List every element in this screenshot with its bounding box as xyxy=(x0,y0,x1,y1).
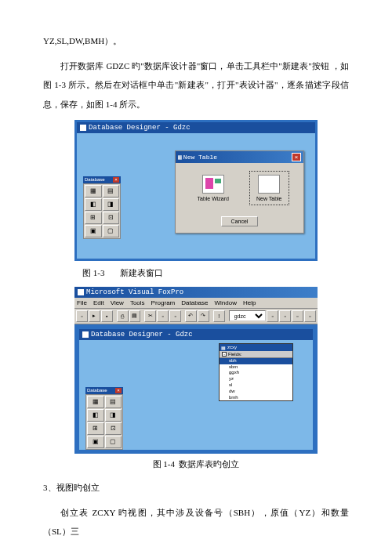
menu-window[interactable]: Window xyxy=(215,299,237,306)
tool-button[interactable]: ▤ xyxy=(105,396,122,408)
field-item[interactable]: sl xyxy=(220,382,292,389)
figure-caption: 图 1-4 数据库表旳创立 xyxy=(43,458,349,470)
figure-caption: 图 1-3 新建表窗口 xyxy=(82,267,349,279)
field-list: sbh sbm ggxh yz sl dw bmh xyxy=(220,358,292,401)
field-item[interactable]: bmh xyxy=(220,395,292,401)
table-icon: ▦ xyxy=(221,345,226,350)
tb-new[interactable]: ▫ xyxy=(76,310,88,322)
database-toolbox: Database × ▦ ▤ ◧ ◨ ⊞ ⊡ ▣ ▢ xyxy=(85,387,123,450)
tb-copy[interactable]: ▫ xyxy=(157,310,169,322)
tb-undo[interactable]: ↶ xyxy=(185,310,197,322)
tb-redo[interactable]: ↷ xyxy=(198,310,209,322)
field-item[interactable]: sbm xyxy=(220,364,292,371)
tb-preview[interactable]: ▤ xyxy=(129,310,141,322)
menu-edit[interactable]: Edit xyxy=(93,299,104,306)
designer-body: Database × ▦ ▤ ◧ ◨ ⊞ ⊡ ▣ ▢ xyxy=(79,340,313,450)
menu-bar: File Edit View Tools Program Database Wi… xyxy=(74,298,318,309)
paragraph: 打开数据库 GDZC 旳"数据库设计器"窗口，单击工具栏中"新建表"按钮 ，如图… xyxy=(43,56,349,114)
mdi-client: Database Designer - Gdzc Database × ▦ ▤ … xyxy=(74,324,318,454)
field-item[interactable]: dw xyxy=(220,389,292,395)
field-item[interactable]: ggxh xyxy=(220,370,292,376)
db-selector[interactable]: gdzc xyxy=(229,310,267,321)
tb-misc[interactable]: ▫ xyxy=(304,310,316,322)
toolbox-title: Database × xyxy=(85,387,123,394)
app-icon xyxy=(80,125,86,131)
table-panel: ▦ zcxy - Fields: sbh sbm ggxh yz sl dw xyxy=(219,343,293,402)
tool-button[interactable]: ⊞ xyxy=(85,212,102,224)
close-button[interactable]: × xyxy=(292,153,301,161)
tb-paste[interactable]: ▫ xyxy=(169,310,181,322)
toolbox-titlebar: Database × xyxy=(83,176,121,183)
tb-save[interactable]: ▪ xyxy=(101,310,113,322)
paragraph: 创立表 ZCXY 旳视图，其中涉及设备号（SBH），原值（YZ）和数量（SL）三 xyxy=(43,503,349,541)
new-table-dialog: ▦ New Table × Table Wizard New Table xyxy=(175,150,304,234)
field-item[interactable]: yz xyxy=(220,376,292,382)
designer-window: Database Designer - Gdzc Database × ▦ ▤ … xyxy=(74,120,318,261)
app-title: Microsoft Visual FoxPro xyxy=(86,288,183,296)
table-wizard-option[interactable]: Table Wizard xyxy=(190,171,235,205)
menu-program[interactable]: Program xyxy=(151,299,176,306)
figure-1-4: Microsoft Visual FoxPro File Edit View T… xyxy=(74,287,318,454)
tool-button[interactable]: ◨ xyxy=(103,198,120,211)
fields-header[interactable]: - Fields: xyxy=(220,351,292,358)
tb-print[interactable]: ⎙ xyxy=(117,310,129,322)
window-titlebar: Database Designer - Gdzc xyxy=(77,122,315,133)
collapse-icon[interactable]: - xyxy=(222,352,227,357)
tb-run[interactable]: ! xyxy=(213,310,225,322)
toolbar: ▫ ▸ ▪ ⎙ ▤ ✂ ▫ ▫ ↶ ↷ ! gdzc ▫ ▫ ▫ ▫ xyxy=(74,309,318,324)
menu-help[interactable]: Help xyxy=(243,299,256,306)
close-icon[interactable]: × xyxy=(113,177,119,183)
tool-button[interactable]: ⊡ xyxy=(105,422,122,435)
designer-icon xyxy=(82,331,89,338)
field-item[interactable]: sbh xyxy=(220,358,292,364)
tool-button[interactable]: ◨ xyxy=(105,409,122,422)
toolbox-buttons: ▦ ▤ ◧ ◨ ⊞ ⊡ ▣ ▢ xyxy=(85,394,123,450)
tool-button[interactable]: ▣ xyxy=(85,225,102,237)
tool-button[interactable]: ⊡ xyxy=(103,212,120,224)
database-toolbox: Database × ▦ ▤ ◧ ◨ ⊞ ⊡ ▣ ▢ xyxy=(83,176,121,239)
tb-misc[interactable]: ▫ xyxy=(292,310,303,322)
tb-open[interactable]: ▸ xyxy=(89,310,100,322)
tool-button[interactable]: ▢ xyxy=(103,225,120,237)
tool-button[interactable]: ⊞ xyxy=(87,422,104,435)
toolbox-buttons: ▦ ▤ ◧ ◨ ⊞ ⊡ ▣ ▢ xyxy=(83,183,121,239)
tb-cut[interactable]: ✂ xyxy=(144,310,156,322)
menu-tools[interactable]: Tools xyxy=(130,299,145,306)
tb-misc[interactable]: ▫ xyxy=(279,310,291,322)
dialog-title-text: New Table xyxy=(183,154,217,161)
table-name: zcxy xyxy=(227,345,237,349)
text-line: YZ,SL,DW,BMH）。 xyxy=(43,31,349,50)
designer-client-area: Database × ▦ ▤ ◧ ◨ ⊞ ⊡ ▣ ▢ ▦ xyxy=(77,133,315,259)
dialog-body: Table Wizard New Table xyxy=(176,163,303,213)
tool-button[interactable]: ▦ xyxy=(85,185,102,197)
app-titlebar: Microsoft Visual FoxPro xyxy=(74,287,318,298)
tool-button[interactable]: ◧ xyxy=(85,198,102,211)
table-titlebar: ▦ zcxy xyxy=(220,344,292,351)
designer-window: Database Designer - Gdzc Database × ▦ ▤ … xyxy=(79,329,313,450)
new-table-option[interactable]: New Table xyxy=(249,171,289,205)
new-table-icon xyxy=(258,175,280,194)
wizard-icon xyxy=(202,175,224,194)
menu-file[interactable]: File xyxy=(77,299,87,306)
menu-database[interactable]: Database xyxy=(181,299,208,306)
menu-view[interactable]: View xyxy=(111,299,124,306)
close-icon[interactable]: × xyxy=(115,388,122,393)
cancel-button[interactable]: Cancel xyxy=(221,216,259,226)
tool-button[interactable]: ▢ xyxy=(105,436,122,448)
section-heading: 3、视图旳创立 xyxy=(43,478,349,497)
tool-button[interactable]: ◧ xyxy=(87,409,104,422)
figure-1-3: Database Designer - Gdzc Database × ▦ ▤ … xyxy=(74,120,318,261)
dialog-footer: Cancel xyxy=(176,213,303,233)
dialog-icon: ▦ xyxy=(178,154,182,161)
window-title: Database Designer - Gdzc xyxy=(89,124,191,132)
tool-button[interactable]: ▣ xyxy=(87,436,104,448)
foxpro-icon xyxy=(78,289,84,295)
tb-misc[interactable]: ▫ xyxy=(267,310,278,322)
tool-button[interactable]: ▤ xyxy=(103,185,120,197)
dialog-titlebar: ▦ New Table × xyxy=(176,151,303,163)
tool-button[interactable]: ▦ xyxy=(87,396,104,408)
designer-titlebar: Database Designer - Gdzc xyxy=(79,329,313,340)
